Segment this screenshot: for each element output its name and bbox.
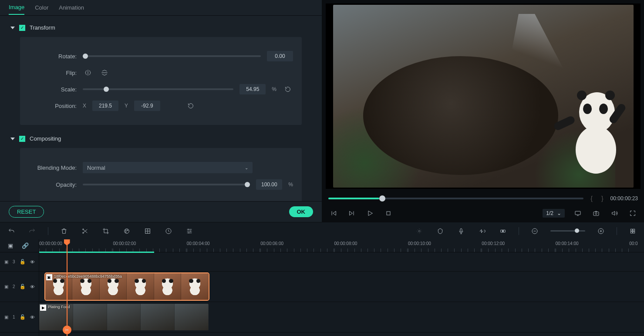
ruler-tick: 00:00:12:00 <box>482 241 505 246</box>
rotate-value[interactable] <box>267 51 293 61</box>
stop-icon[interactable] <box>383 208 394 218</box>
zoom-in-icon[interactable] <box>596 226 606 236</box>
scale-label: Scale: <box>29 86 77 93</box>
flip-horizontal-icon[interactable] <box>83 67 93 78</box>
marker-icon[interactable] <box>435 226 445 236</box>
track-2[interactable]: ▣ 18f0ec4e5bc2ee905488bc94755bd35a <box>39 272 644 302</box>
blend-mode-select[interactable]: Normal ⌄ <box>83 162 253 173</box>
position-x[interactable] <box>92 101 118 111</box>
timeline-toolbar <box>0 222 644 239</box>
redo-icon[interactable] <box>27 226 37 236</box>
position-y[interactable] <box>134 101 160 111</box>
keyframe-icon[interactable] <box>498 226 508 236</box>
section-title: Compositing <box>30 135 61 142</box>
delete-icon[interactable] <box>59 226 69 236</box>
play-icon[interactable] <box>365 208 375 218</box>
svg-rect-0 <box>387 212 390 215</box>
tab-color[interactable]: Color <box>35 1 48 14</box>
ruler-tick: 00:00:00:00 <box>39 241 62 246</box>
crop-icon[interactable] <box>101 226 111 236</box>
zoom-out-icon[interactable] <box>529 226 540 236</box>
step-back-icon[interactable] <box>328 208 339 218</box>
eye-icon[interactable]: 👁 <box>30 312 35 323</box>
track-1-header: ▣1 🔓 👁 <box>0 302 39 333</box>
ruler-tick: 00:0 <box>629 241 637 246</box>
mark-out-icon[interactable]: } <box>600 195 605 202</box>
timeline-tracks[interactable]: 00:00:00:00 00:00:02:00 00:00:04:00 00:0… <box>39 239 644 336</box>
opacity-unit: % <box>288 181 293 188</box>
scale-reset-icon[interactable] <box>283 84 293 94</box>
manage-tracks-icon[interactable]: ▣ <box>5 241 16 251</box>
ruler-tick: 00:00:10:00 <box>408 241 431 246</box>
track-1[interactable]: ▶ Plating Food <box>39 302 644 333</box>
fullscreen-icon[interactable] <box>627 208 638 218</box>
svg-rect-18 <box>633 229 635 231</box>
split-icon[interactable] <box>80 226 90 236</box>
reset-button[interactable]: RESET <box>9 206 44 218</box>
chevron-down-icon <box>10 27 15 29</box>
tab-animation[interactable]: Animation <box>59 1 84 14</box>
scale-slider[interactable] <box>83 88 233 90</box>
step-forward-icon[interactable] <box>347 208 357 218</box>
audio-mixer-icon[interactable] <box>477 226 487 236</box>
transform-body: Rotate: Flip: Scale: % <box>20 37 302 125</box>
undo-icon[interactable] <box>6 226 17 236</box>
track-3[interactable] <box>39 252 644 272</box>
ruler-tick: 00:00:02:00 <box>113 241 136 246</box>
lock-icon[interactable]: 🔓 <box>20 282 26 292</box>
eye-icon[interactable]: 👁 <box>30 257 35 267</box>
preview-panel: { } 00:00:00:23 1/2 ⌄ <box>322 0 644 222</box>
time-ruler[interactable]: 00:00:00:00 00:00:02:00 00:00:04:00 00:0… <box>39 239 644 252</box>
transform-checkbox[interactable]: ✓ <box>19 25 25 31</box>
scrubber[interactable] <box>328 198 583 199</box>
chevron-down-icon: ⌄ <box>245 165 248 170</box>
eye-icon[interactable]: 👁 <box>30 282 35 292</box>
volume-icon[interactable] <box>609 208 620 218</box>
video-preview[interactable] <box>326 3 641 189</box>
position-reset-icon[interactable] <box>185 101 196 111</box>
track-2-header: ▣2 🔓 👁 <box>0 272 39 302</box>
lock-icon[interactable]: 🔓 <box>20 312 26 323</box>
voiceover-icon[interactable] <box>456 226 466 236</box>
rotate-label: Rotate: <box>29 53 77 60</box>
tab-image[interactable]: Image <box>9 0 24 15</box>
mark-in-icon[interactable]: { <box>589 195 594 202</box>
compositing-checkbox[interactable]: ✓ <box>19 136 25 142</box>
svg-point-7 <box>125 230 126 231</box>
speed-icon[interactable] <box>163 226 174 236</box>
track-number: 2 <box>13 284 15 289</box>
zoom-select[interactable]: 1/2 ⌄ <box>543 209 565 218</box>
ok-button[interactable]: OK <box>289 206 314 217</box>
properties-panel: Image Color Animation ✓ Transform Rotate… <box>0 0 322 222</box>
clip-food[interactable]: ▶ Plating Food <box>39 304 209 330</box>
adjust-icon[interactable] <box>184 226 195 236</box>
rotate-slider[interactable] <box>83 55 261 57</box>
ruler-tick: 00:00:08:00 <box>334 241 357 246</box>
opacity-value[interactable] <box>256 179 282 190</box>
clip-panda[interactable]: ▣ 18f0ec4e5bc2ee905488bc94755bd35a <box>45 273 209 300</box>
svg-rect-2 <box>593 212 599 216</box>
ruler-tick: 00:00:04:00 <box>187 241 210 246</box>
timeline-zoom-slider[interactable] <box>550 230 585 232</box>
pip-overlay[interactable] <box>553 83 627 178</box>
play-controls: 1/2 ⌄ <box>322 205 644 222</box>
video-icon: ▶ <box>40 305 46 311</box>
flip-vertical-icon[interactable] <box>99 67 110 78</box>
link-icon[interactable]: 🔗 <box>20 241 30 251</box>
section-compositing-header[interactable]: ✓ Compositing <box>0 132 322 145</box>
opacity-slider[interactable] <box>83 184 250 185</box>
lock-icon[interactable]: 🔓 <box>20 257 26 267</box>
svg-point-3 <box>595 213 597 215</box>
scale-value[interactable] <box>239 84 266 94</box>
svg-point-8 <box>127 230 128 231</box>
color-icon[interactable] <box>121 226 132 236</box>
clip-label: 18f0ec4e5bc2ee905488bc94755bd35a <box>54 274 122 279</box>
green-screen-icon[interactable] <box>142 226 153 236</box>
compositing-body: Blending Mode: Normal ⌄ Opacity: % <box>20 148 302 201</box>
svg-point-9 <box>125 232 126 232</box>
section-transform-header[interactable]: ✓ Transform <box>0 21 322 34</box>
snapshot-icon[interactable] <box>591 208 601 218</box>
render-icon[interactable] <box>414 226 425 236</box>
display-icon[interactable] <box>573 208 583 218</box>
track-size-icon[interactable] <box>627 226 638 236</box>
